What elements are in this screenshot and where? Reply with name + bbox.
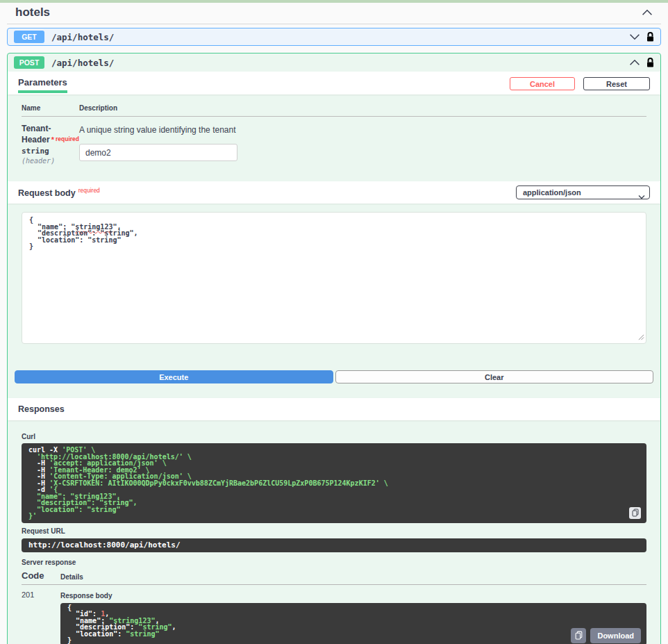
response-status-code: 201: [22, 591, 60, 644]
resize-handle[interactable]: [638, 334, 644, 342]
server-response-row: 201 Response body Download { "id": 1, "n…: [22, 585, 646, 644]
request-url-label: Request URL: [22, 527, 646, 535]
lock-icon[interactable]: [646, 32, 654, 42]
required-star: *: [51, 135, 54, 144]
curl-command-block: curl -X 'POST' \ 'http://localhost:8000/…: [22, 443, 646, 523]
parameter-type: string: [22, 147, 79, 156]
tag-section-hotels[interactable]: hotels: [7, 3, 661, 24]
clear-button[interactable]: Clear: [335, 370, 654, 383]
tab-parameters-label: Parameters: [18, 77, 67, 88]
parameter-row-tenant-header: Tenant- Header*required string (header) …: [22, 117, 646, 165]
swagger-page: hotels GET /api/hotels/ POST /api/hotels…: [0, 3, 668, 644]
request-body-required: required: [78, 187, 100, 194]
post-endpoint-header[interactable]: POST /api/hotels/: [8, 53, 660, 72]
parameters-header: Parameters Cancel Reset: [8, 72, 660, 94]
endpoint-post-api-hotels: POST /api/hotels/ Parameters Cancel Rese…: [7, 53, 661, 644]
request-url-value: http://localhost:8000/api/hotels/: [28, 540, 181, 550]
content-type-select[interactable]: application/json: [516, 185, 650, 199]
response-body-block: Download { "id": 1, "name": "string123",…: [60, 603, 646, 644]
tenant-header-input[interactable]: [79, 144, 237, 161]
get-endpoint-path: /api/hotels/: [51, 32, 629, 42]
parameters-table: Name Description Tenant- Header*required…: [8, 94, 660, 181]
server-response-label: Server response: [22, 559, 646, 566]
curl-label: Curl: [22, 433, 646, 440]
endpoint-get-api-hotels[interactable]: GET /api/hotels/: [7, 28, 661, 46]
column-header-name: Name: [22, 104, 79, 112]
tab-parameters[interactable]: Parameters: [18, 77, 67, 93]
request-body-header: Request bodyrequired application/json: [8, 181, 660, 204]
chevron-up-icon[interactable]: [629, 59, 640, 66]
parameters-table-head: Name Description: [22, 104, 646, 117]
request-body-section: { "name": "string123", "description": "s…: [8, 204, 660, 344]
response-body-label: Response body: [60, 592, 646, 600]
reset-button[interactable]: Reset: [583, 77, 650, 90]
required-label: required: [56, 135, 79, 142]
request-body-label: Request bodyrequired: [18, 187, 100, 198]
responses-header: Responses: [8, 398, 660, 420]
lock-icon[interactable]: [646, 58, 654, 68]
parameter-description: A unique string value identifying the te…: [79, 125, 237, 135]
chevron-up-icon[interactable]: [642, 9, 653, 16]
copy-to-clipboard-icon[interactable]: [571, 628, 586, 643]
request-url-block: http://localhost:8000/api/hotels/: [22, 538, 646, 552]
page-title: hotels: [15, 6, 50, 19]
cancel-button[interactable]: Cancel: [510, 77, 575, 90]
parameter-location: (header): [22, 157, 79, 165]
parameter-name-line1: Tenant-: [22, 124, 79, 134]
execute-button[interactable]: Execute: [15, 370, 333, 383]
column-header-description: Description: [79, 104, 117, 112]
execute-row: Execute Clear: [15, 370, 653, 383]
code-column-header: Code: [22, 570, 60, 581]
request-body-editor[interactable]: { "name": "string123", "description": "s…: [22, 212, 646, 344]
get-method-badge: GET: [14, 31, 44, 43]
responses-body: Curl curl -X 'POST' \ 'http://localhost:…: [8, 433, 660, 644]
chevron-down-icon[interactable]: [629, 33, 640, 40]
details-column-header: Details: [60, 573, 83, 581]
parameter-name-line2: Header*required: [22, 134, 79, 145]
download-button[interactable]: Download: [590, 628, 641, 643]
copy-to-clipboard-icon[interactable]: [629, 507, 641, 519]
post-method-badge: POST: [14, 56, 44, 69]
server-response-table-head: Code Details: [22, 570, 646, 585]
responses-title: Responses: [18, 404, 65, 414]
post-endpoint-path: /api/hotels/: [51, 58, 629, 68]
